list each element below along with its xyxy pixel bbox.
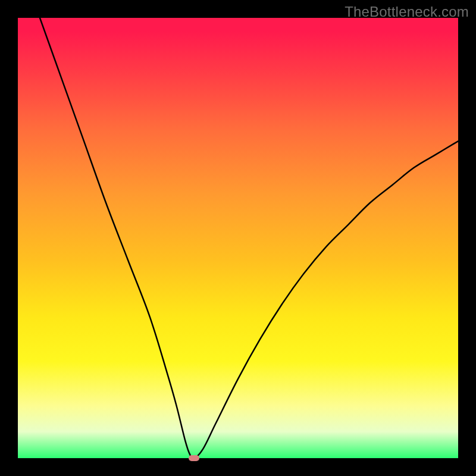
plot-area (18, 18, 458, 458)
optimal-marker (189, 455, 199, 461)
watermark-text: TheBottleneck.com (345, 4, 469, 20)
chart-frame: TheBottleneck.com (0, 0, 476, 476)
